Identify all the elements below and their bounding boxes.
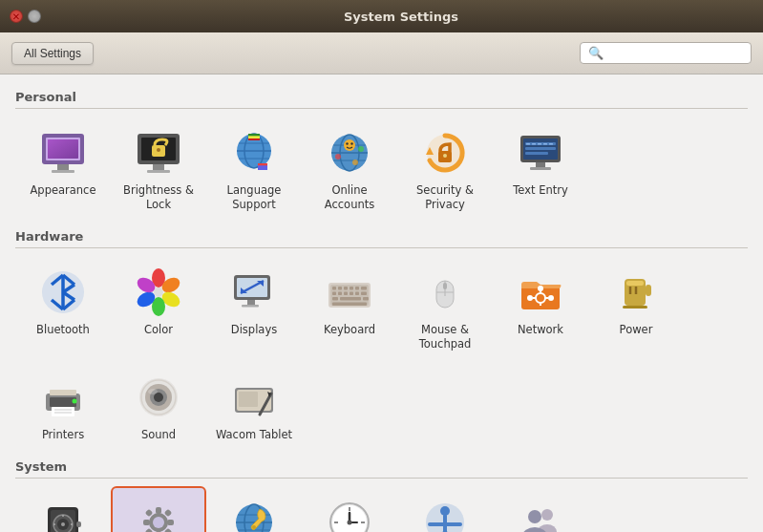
wacom-tablet-item[interactable]: Wacom Tablet [206,361,302,452]
svg-rect-41 [525,152,548,155]
svg-rect-139 [156,507,161,514]
color-item[interactable]: Color [111,256,206,361]
keyboard-item[interactable]: Keyboard [302,256,397,361]
printers-item[interactable]: Printers [15,361,111,452]
color-label: Color [144,323,173,337]
svg-rect-80 [332,291,336,295]
svg-rect-77 [350,287,353,290]
svg-rect-2 [57,164,69,170]
svg-rect-71 [242,305,259,308]
power-item[interactable]: Power [588,256,684,361]
bluetooth-item[interactable]: Bluetooth [15,256,111,361]
titlebar: ✕ System Settings [0,0,763,32]
displays-label: Displays [231,323,277,337]
svg-rect-83 [350,291,353,295]
system-section-label: System [15,459,748,474]
security-privacy-item[interactable]: Security &Privacy [397,117,493,222]
svg-rect-87 [340,297,361,301]
bluetooth-icon [36,266,90,319]
network-label: Network [518,323,563,337]
svg-rect-8 [153,164,164,170]
svg-rect-107 [626,281,644,286]
svg-point-100 [527,295,533,301]
universal-access-item[interactable]: UniversalAccess [397,486,493,532]
svg-rect-43 [532,143,536,145]
details-item[interactable]: Details [111,486,206,532]
svg-point-36 [443,154,447,158]
language-support-item[interactable]: LanguageSupport [206,117,302,222]
text-entry-item[interactable]: Text Entry [493,117,588,222]
svg-rect-88 [363,297,369,301]
svg-rect-47 [536,162,545,167]
search-box: 🔍 [580,42,752,64]
svg-point-138 [153,517,164,528]
power-label: Power [620,323,653,337]
svg-rect-74 [332,287,336,290]
svg-point-170 [528,510,541,523]
system-divider [15,478,748,479]
svg-point-101 [548,295,554,301]
all-settings-button[interactable]: All Settings [11,42,94,65]
network-item[interactable]: Network [493,256,588,361]
appearance-item[interactable]: Appearance [15,117,111,222]
svg-rect-46 [549,143,553,145]
hardware-section-label: Hardware [15,229,748,244]
svg-rect-136 [76,521,81,527]
svg-rect-89 [332,302,367,306]
svg-point-161 [348,520,352,524]
personal-items-grid: Appearance [15,117,748,222]
displays-item[interactable]: Displays [206,256,302,361]
svg-point-11 [157,148,160,152]
svg-rect-84 [355,291,359,295]
svg-rect-78 [355,287,359,290]
user-accounts-icon [514,496,567,532]
appearance-icon [36,126,90,180]
svg-rect-75 [338,287,342,290]
hardware-items-grid: Bluetooth [15,256,748,452]
svg-point-102 [538,286,543,291]
displays-icon [227,266,281,319]
software-updates-item[interactable]: Software &Updates [206,486,302,532]
svg-rect-5 [48,139,78,159]
hardware-divider [15,247,748,248]
time-date-item[interactable]: Time & Date [302,486,397,532]
online-accounts-label: OnlineAccounts [325,183,374,212]
printers-label: Printers [42,428,84,442]
svg-point-152 [252,525,256,529]
svg-rect-44 [538,143,541,145]
online-accounts-item[interactable]: OnlineAccounts [302,117,397,222]
svg-point-64 [154,287,163,297]
svg-point-27 [344,139,355,151]
personal-divider [15,108,748,109]
window-title: System Settings [49,10,753,24]
security-privacy-label: Security &Privacy [416,183,474,212]
keyboard-label: Keyboard [324,323,375,337]
svg-rect-45 [543,143,547,145]
security-privacy-icon [418,126,472,180]
svg-rect-76 [344,287,348,290]
network-icon [514,266,567,319]
software-updates-icon [227,496,281,532]
user-accounts-item[interactable]: UserAccounts [493,486,588,532]
svg-rect-93 [443,283,447,289]
svg-point-30 [335,154,341,160]
close-button[interactable]: ✕ [10,10,23,23]
svg-rect-21 [258,163,267,165]
brightness-lock-label: Brightness &Lock [123,183,194,212]
mouse-touchpad-label: Mouse &Touchpad [419,323,472,351]
svg-rect-112 [52,407,74,416]
online-accounts-icon [323,126,376,180]
svg-rect-82 [344,291,348,295]
svg-rect-42 [526,143,530,145]
search-input[interactable] [607,46,741,60]
personal-section: Personal [15,90,748,222]
sound-item[interactable]: Sound [111,361,206,452]
backups-item[interactable]: Backups [15,486,111,532]
svg-rect-104 [646,285,651,296]
hardware-section: Hardware [15,229,748,452]
minimize-button[interactable] [28,10,41,23]
svg-rect-18 [248,134,260,136]
mouse-touchpad-item[interactable]: Mouse &Touchpad [397,256,493,361]
window: ✕ System Settings All Settings 🔍 Persona… [0,0,763,532]
brightness-lock-item[interactable]: Brightness &Lock [111,117,206,222]
